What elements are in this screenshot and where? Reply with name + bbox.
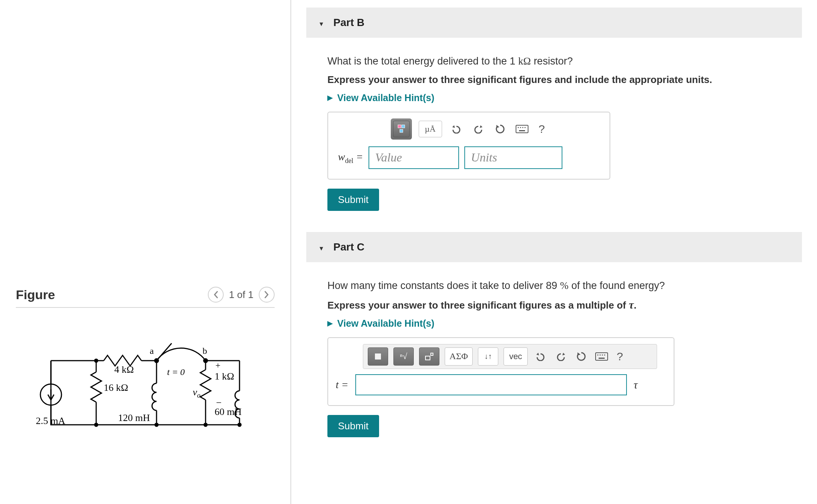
svg-point-14 (520, 127, 521, 128)
part-c-submit-button[interactable]: Submit (327, 415, 379, 437)
micro-angstrom-button[interactable]: µÅ (419, 121, 442, 137)
help-button[interactable]: ? (614, 350, 625, 363)
svg-rect-19 (425, 356, 430, 360)
part-c-header[interactable]: Part C (306, 232, 802, 262)
greek-letters-button[interactable]: ΑΣΦ (445, 347, 473, 366)
undo-icon (535, 352, 546, 361)
help-button[interactable]: ? (536, 123, 547, 135)
figure-next-button[interactable] (259, 287, 275, 303)
caret-down-icon (318, 17, 324, 29)
caret-right-icon: ▶ (327, 319, 333, 327)
part-c-instruction: Express your answer to three significant… (327, 298, 790, 311)
chevron-left-icon (213, 291, 218, 298)
svg-point-1 (155, 359, 158, 363)
part-c-hints-link[interactable]: ▶ View Available Hint(s) (327, 318, 434, 329)
reset-button[interactable] (574, 349, 589, 364)
part-b: Part B What is the total energy delivere… (306, 8, 802, 224)
keyboard-icon (516, 125, 528, 133)
part-b-question: What is the total energy delivered to th… (327, 54, 790, 69)
part-b-submit-button[interactable]: Submit (327, 189, 379, 211)
nth-root-button[interactable]: ⁿ√ (393, 347, 414, 366)
label-r1: 4 kΩ (114, 364, 134, 375)
part-b-header[interactable]: Part B (306, 8, 802, 38)
svg-rect-11 (400, 129, 403, 132)
part-c-variable-label: t = (336, 379, 349, 391)
part-b-value-input[interactable]: Value (369, 146, 459, 169)
templates-button-group (391, 118, 412, 140)
reset-icon (576, 351, 587, 362)
svg-rect-18 (375, 353, 381, 360)
part-b-instruction: Express your answer to three significant… (327, 74, 790, 86)
svg-point-24 (602, 354, 603, 355)
label-r2: 16 kΩ (104, 382, 128, 393)
svg-rect-12 (516, 125, 528, 133)
part-b-answer-box: µÅ ? (327, 112, 610, 180)
svg-rect-26 (599, 358, 605, 359)
svg-rect-21 (596, 353, 608, 360)
square-template-button[interactable] (368, 347, 388, 366)
label-node-a: a (150, 346, 154, 356)
part-b-hints-link[interactable]: ▶ View Available Hint(s) (327, 92, 434, 103)
part-c-question: How many time constants does it take to … (327, 278, 790, 294)
exponent-icon (425, 352, 434, 361)
redo-icon (473, 124, 484, 134)
undo-button[interactable] (533, 349, 548, 364)
svg-point-3 (95, 359, 98, 362)
svg-point-23 (600, 354, 601, 355)
label-l1: 120 mH (118, 412, 150, 423)
redo-button[interactable] (471, 121, 486, 137)
part-b-variable-label: wdel = (338, 151, 363, 165)
square-icon (374, 353, 382, 360)
svg-point-16 (524, 127, 525, 128)
svg-point-5 (155, 423, 158, 426)
figure-prev-button[interactable] (208, 287, 224, 303)
vector-button[interactable]: vec (504, 347, 528, 366)
label-plus: + (215, 360, 221, 370)
reset-icon (495, 124, 505, 134)
svg-rect-20 (431, 353, 433, 355)
caret-down-icon (318, 241, 324, 253)
keyboard-icon (595, 352, 608, 361)
svg-point-6 (204, 423, 207, 426)
part-c-answer-input[interactable] (355, 374, 627, 395)
svg-rect-17 (519, 130, 525, 131)
part-c-answer-box: ⁿ√ ΑΣΦ ↓↑ vec (327, 337, 674, 406)
chevron-right-icon (264, 291, 269, 298)
keyboard-button[interactable] (514, 121, 530, 137)
svg-point-13 (518, 127, 519, 128)
redo-icon (556, 352, 566, 361)
svg-point-2 (204, 359, 207, 363)
figure-nav-text: 1 of 1 (229, 289, 253, 301)
svg-rect-10 (402, 125, 405, 128)
part-c-unit-tau: τ (634, 378, 638, 391)
label-vo: v (193, 387, 197, 398)
keyboard-button[interactable] (594, 349, 609, 364)
label-switch-t: t = 0 (167, 367, 185, 377)
caret-right-icon: ▶ (327, 94, 333, 102)
root-icon: ⁿ√ (400, 352, 407, 361)
fraction-icon (396, 124, 406, 134)
label-r3: 1 kΩ (215, 371, 234, 382)
undo-button[interactable] (449, 121, 464, 137)
svg-point-15 (522, 127, 523, 128)
redo-button[interactable] (553, 349, 568, 364)
svg-rect-9 (398, 125, 401, 128)
part-c-toolbar: ⁿ√ ΑΣΦ ↓↑ vec (363, 344, 657, 369)
label-minus: − (216, 397, 222, 408)
fraction-template-button[interactable] (393, 121, 410, 137)
subscript-superscript-button[interactable]: ↓↑ (478, 347, 498, 366)
undo-icon (451, 124, 462, 134)
svg-text:vo: vo (193, 387, 201, 399)
part-b-units-input[interactable]: Units (464, 146, 562, 169)
part-b-toolbar: µÅ ? (336, 118, 602, 140)
circuit-diagram: a b 4 kΩ 16 kΩ 120 mH t = 0 1 kΩ 60 mH 2… (16, 330, 275, 436)
svg-point-25 (604, 354, 605, 355)
sub-sup-icon: ↓↑ (484, 352, 492, 361)
label-node-b: b (203, 346, 207, 356)
svg-point-4 (95, 423, 98, 426)
label-source: 2.5 mA (36, 415, 65, 426)
part-b-title: Part B (333, 17, 364, 29)
reset-button[interactable] (493, 121, 508, 137)
exponent-template-button[interactable] (419, 347, 439, 366)
svg-point-22 (597, 354, 599, 355)
